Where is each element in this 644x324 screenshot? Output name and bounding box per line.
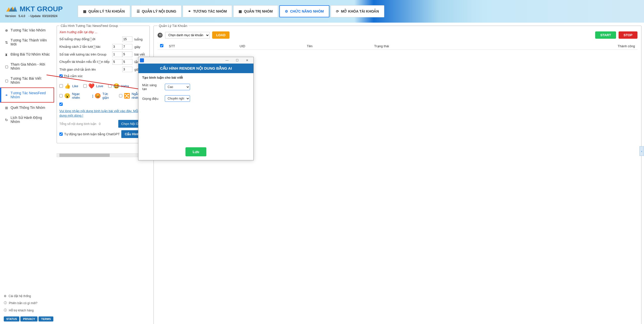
settings-link[interactable]: ⚙Cài đặt hệ thống [4,293,50,299]
minimize-button[interactable]: — [222,58,232,63]
support-link[interactable]: ⓘHỗ trợ khách hàng [4,307,50,314]
sidebar-item-newsfeed[interactable]: ⚭Tương Tác NewsFeed Nhóm [0,87,54,103]
interact-icon: ⚭ [188,9,191,13]
creativity-select[interactable]: Cao [165,84,190,90]
ai-config-dialog: — ☐ ✕ CẤU HÌNH RENDER NỘI DUNG BẰNG AI T… [138,57,254,160]
tone-label: Giọng điệu [142,97,161,101]
help-icon[interactable]: ? [89,38,93,41]
terms-badge[interactable]: TERMS [39,316,53,321]
list-icon: ☰ [137,9,140,13]
tone-select[interactable]: Chuyên nghiệp [165,95,190,102]
reaction-haha[interactable]: 😂Haha [108,83,129,89]
history-icon: ↻ [5,118,9,121]
nav-tab-interact[interactable]: ⚭ TƯƠNG TÁC NHÓM [183,5,232,17]
interact-icon: ⚭ [5,93,9,97]
sidebar-item-joinleave[interactable]: ▢Tham Gia Nhóm - Rời Nhóm [0,59,54,73]
header: MKT GROUP Version 5.4.0 - Update 03/10/2… [0,0,644,23]
reaction-angry[interactable]: ]😡Tức giận [92,92,114,100]
shuffle-icon: 🔀 [124,93,130,99]
config-panel: Cấu Hình Tương Tác NewsFeed Group Xem hư… [57,23,150,324]
info-icon: ⓘ [4,301,7,305]
whatsnew-link[interactable]: ⓘPhiên bản có gì mới? [4,299,50,307]
switch-min-input[interactable] [112,59,122,65]
hint-link[interactable]: Xem hướng dẫn tại đây ... [59,30,147,34]
function-icon: ⚙ [285,9,288,13]
nav-tab-accounts[interactable]: ▦ QUẢN LÝ TÀI KHOẢN [78,5,130,17]
sidebar-item-join[interactable]: ⊕Tương Tác Vào Nhóm [0,25,54,35]
unlock-icon: ⟳ [336,9,339,13]
nav-tabs: ▦ QUẢN LÝ TÀI KHOẢN ☰ QUẢN LÝ NỘI DUNG ⚭… [78,5,384,17]
stop-button[interactable]: STOP [619,31,637,39]
start-button[interactable]: START [595,31,616,39]
wait-input[interactable] [122,67,132,72]
horizontal-scrollbar[interactable] [57,153,150,157]
status-badge[interactable]: STATUS [4,316,19,321]
haha-icon: 😂 [113,83,120,89]
creativity-label: Mức sáng tạo [142,83,161,91]
threads-input[interactable] [122,36,132,42]
sidebar-item-history[interactable]: ↻Lịch Sử Hành Động Nhóm [0,113,54,127]
reaction-love[interactable]: ❤️Love [83,83,103,89]
refresh-icon[interactable]: ⟲ [158,33,163,38]
account-title: Quản Lý Tài Khoản [158,24,188,28]
angry-icon: 😡 [95,93,101,99]
account-table: STT UID Tên Trạng thái Thành công [158,42,637,50]
wow-icon: 😮 [64,93,70,99]
like-icon: 👍 [64,83,71,89]
comment-input-link[interactable]: Vui lòng nhập nội dung bình luận bài viế… [59,109,144,117]
save-button[interactable]: Lưu [185,147,206,156]
config-row-gap: Khoảng cách 2 lần tươ?tác giây [59,44,147,50]
emoji-checkbox[interactable] [59,74,63,78]
category-select[interactable]: Chọn danh mục tài khoản [165,32,210,38]
side-toggle[interactable]: ‹ [639,146,644,156]
scan-icon: ⊞ [5,106,9,109]
logo: MKT GROUP Version 5.4.0 - Update 03/10/2… [5,5,63,18]
config-row-threads: Số luồng chạy đồng?ời luồng [59,36,147,42]
help-icon[interactable]: ? [98,60,101,64]
auto-gpt-checkbox[interactable] [59,132,63,136]
maximize-button[interactable]: ☐ [232,58,242,63]
total-comments-label: Tổng số nội dung bình luận [59,122,96,126]
creativity-row: Mức sáng tạo Cao [142,83,250,91]
heart-icon: ❤️ [88,83,95,89]
reaction-check-all[interactable] [59,103,63,106]
reaction-wow[interactable]: 😮Ngạc nhiên [59,92,87,100]
config-row-posts: Số bài viết tương tác trên Group bài viế… [59,52,147,57]
nav-tab-unlock[interactable]: ⟳ MỞ KHÓA TÀI KHOẢN [331,5,384,17]
select-all-checkbox[interactable] [160,44,163,47]
sidebar-item-post[interactable]: ⧗Đăng Bài Từ Nhóm Khác [0,49,54,59]
swap-icon: ⇅ [5,40,9,44]
sidebar-item-newmember[interactable]: ⇅Tương Tác Thành Viên Mới [0,35,54,49]
sidebar-item-scan[interactable]: ⊞Quét Thông Tin Nhóm [0,103,54,113]
dialog-subtitle: Tạo bình luận cho bài viết [142,76,250,79]
sidebar: ⊕Tương Tác Vào Nhóm ⇅Tương Tác Thành Viê… [0,23,54,324]
plus-circle-icon: ⊕ [5,28,9,32]
config-title: Cấu Hình Tương Tác NewsFeed Group [59,24,119,28]
logo-icon [5,5,18,13]
gap-max-input[interactable] [122,44,132,50]
help-icon[interactable]: ? [93,45,96,49]
nav-tab-content[interactable]: ☰ QUẢN LÝ NỘI DUNG [131,5,182,17]
gear-icon: ⚙ [4,294,7,298]
sidebar-item-postinteract[interactable]: ▢Tương Tác Bài Viết Nhóm [0,73,54,87]
nav-tab-function[interactable]: ⚙ CHỨC NĂNG NHÓM [279,5,329,17]
nav-tab-admin[interactable]: ▦ QUẢN TRỊ NHÓM [233,5,278,17]
reaction-like[interactable]: 👍Like [59,83,78,89]
close-button[interactable]: ✕ [242,58,252,63]
tone-row: Giọng điệu Chuyên nghiệp [142,95,250,102]
doc-icon: ▢ [5,65,9,68]
load-button[interactable]: LOAD [212,31,230,39]
dialog-title: CẤU HÌNH RENDER NỘI DUNG BẰNG AI [138,64,253,73]
posts-min-input[interactable] [112,52,122,57]
admin-icon: ▦ [239,9,242,13]
switch-max-input[interactable] [122,59,132,65]
config-row-switch: Chuyển tài khoản nếu lỗi l?n tiếp lần [59,59,147,65]
config-row-wait: Thời gian chờ tải ảnh lên giây [59,67,147,72]
auto-gpt-label: Tự động tạo bình luận bằng ChatGPT [64,132,120,136]
privacy-badge[interactable]: PRIVACY [20,316,37,321]
dialog-icon [140,58,144,62]
doc-icon: ▢ [5,79,9,82]
hourglass-icon: ⧗ [5,53,9,56]
gap-min-input[interactable] [112,44,122,50]
posts-max-input[interactable] [122,52,132,57]
